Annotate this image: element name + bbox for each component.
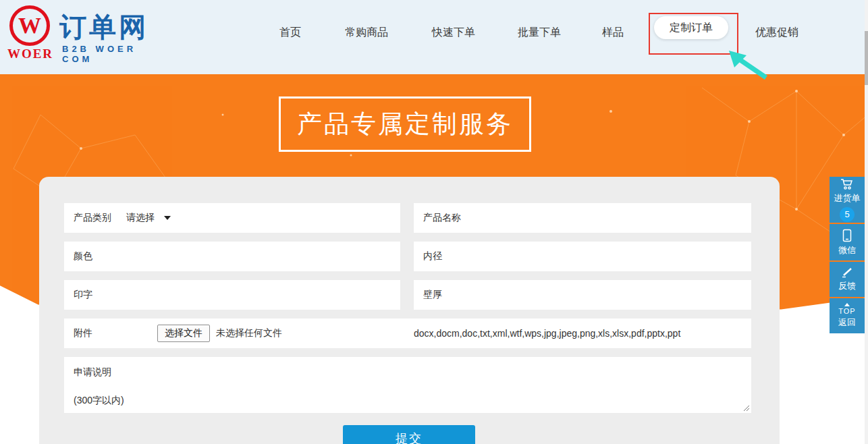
description-placeholder-line1: 申请说明 (74, 366, 111, 379)
printing-input[interactable]: 印字 (64, 280, 400, 310)
product-name-input[interactable]: 产品名称 (414, 203, 751, 233)
purchase-list-button[interactable]: 进货单 5 (830, 177, 865, 223)
wall-thickness-label: 壁厚 (423, 289, 442, 301)
nav-item-samples[interactable]: 样品 (599, 22, 626, 43)
allowed-formats-text: docx,docm,doc,txt,xml,wtf,wps,jpg,jpeg,p… (414, 318, 680, 348)
description-placeholder-line2: (300字以内) (74, 395, 124, 407)
logo-letter: W (18, 14, 41, 37)
color-label: 颜色 (74, 250, 92, 262)
custom-order-form-card: 产品类别 请选择 产品名称 颜色 内径 印字 壁厚 附件 选择文件 未选择任何文… (39, 177, 780, 444)
product-name-label: 产品名称 (423, 212, 461, 224)
woer-logo-icon: W (9, 5, 50, 46)
choose-file-button[interactable]: 选择文件 (157, 325, 210, 342)
wechat-label: 微信 (838, 244, 856, 256)
chevron-down-icon[interactable] (164, 216, 171, 220)
feedback-button[interactable]: 反馈 (830, 262, 865, 297)
cart-icon (840, 178, 855, 190)
inner-diameter-label: 内径 (423, 250, 442, 262)
floating-toolbar: 进货单 5 微信 反馈 TOP 返回 (830, 177, 865, 335)
product-category-field[interactable]: 产品类别 请选择 (64, 203, 400, 233)
attachment-label: 附件 (74, 327, 92, 339)
pencil-icon (841, 267, 853, 278)
up-arrow-icon (844, 303, 850, 306)
top-text: TOP (838, 307, 855, 315)
back-to-top-button[interactable]: TOP 返回 (830, 298, 865, 333)
page: W WOER 订单网 B2B WOER COM 首页 常购商品 快速下单 批量下… (0, 0, 868, 444)
nav-item-quick-order[interactable]: 快速下单 (429, 22, 478, 43)
highlight-box (649, 13, 738, 55)
site-subtitle: B2B WOER COM (62, 44, 148, 64)
nav-item-home[interactable]: 首页 (277, 22, 304, 43)
back-label: 返回 (838, 316, 856, 329)
inner-diameter-input[interactable]: 内径 (414, 242, 751, 271)
phone-icon (842, 229, 852, 242)
pointer-arrow-icon (726, 49, 769, 80)
nav-item-frequent-goods[interactable]: 常购商品 (342, 22, 391, 43)
resize-handle-icon[interactable] (743, 405, 750, 412)
logo-word: WOER (7, 47, 54, 61)
scrollbar[interactable] (865, 0, 868, 444)
application-description-textarea[interactable]: 申请说明 (300字以内) (64, 357, 751, 413)
printing-label: 印字 (74, 289, 92, 301)
attachment-row: 附件 选择文件 未选择任何文件 docx,docm,doc,txt,xml,wt… (64, 318, 751, 348)
no-file-selected-text: 未选择任何文件 (216, 327, 282, 339)
feedback-label: 反馈 (838, 280, 856, 292)
hero-title: 产品专属定制服务 (297, 107, 513, 141)
nav-item-batch-order[interactable]: 批量下单 (515, 22, 564, 43)
scrollbar-thumb[interactable] (865, 31, 868, 85)
cart-count-badge: 5 (840, 207, 855, 222)
color-input[interactable]: 颜色 (64, 242, 400, 271)
submit-button[interactable]: 提交 (343, 425, 475, 444)
hero-title-box: 产品专属定制服务 (279, 96, 531, 152)
nav-item-promotions[interactable]: 优惠促销 (753, 22, 801, 43)
wall-thickness-input[interactable]: 壁厚 (414, 280, 751, 310)
purchase-list-label: 进货单 (834, 192, 861, 204)
product-category-select[interactable]: 请选择 (126, 212, 155, 224)
wechat-button[interactable]: 微信 (830, 224, 865, 260)
site-logo[interactable]: W WOER 订单网 B2B WOER COM (7, 3, 148, 71)
site-name: 订单网 (59, 9, 148, 46)
top-navbar: W WOER 订单网 B2B WOER COM 首页 常购商品 快速下单 批量下… (0, 0, 868, 74)
product-category-label: 产品类别 (74, 212, 111, 224)
